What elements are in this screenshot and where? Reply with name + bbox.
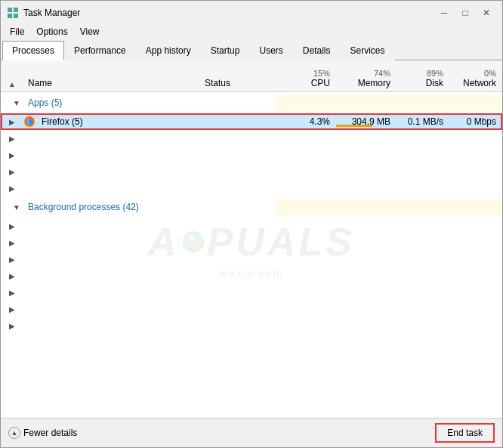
bg-empty-expand-6[interactable]: ▶ [1,305,23,314]
menu-bar: File Options View [1,23,502,40]
close-button[interactable]: ✕ [477,5,496,20]
col-name-header[interactable]: Name [23,75,200,91]
network-label: Network [463,78,496,88]
bg-empty-row-1[interactable]: ▶ [1,218,502,234]
firefox-icon [23,116,35,128]
empty-row-3[interactable]: ▶ [1,163,502,180]
title-bar-controls: ─ □ ✕ [434,5,496,20]
sort-arrow[interactable]: ▲ [1,80,23,91]
empty-expand-2[interactable]: ▶ [1,151,23,159]
firefox-cpu: 4.3% [276,116,336,127]
chevron-up-icon: ▲ [8,427,20,439]
bg-network-cell [449,199,502,215]
tab-startup[interactable]: Startup [201,41,250,60]
main-content: ▲ Name Status 15% CPU 74% Memory 89% Dis… [1,60,502,418]
col-cpu-header[interactable]: 15% CPU [276,66,336,91]
bg-empty-row-2[interactable]: ▶ [1,234,502,251]
firefox-memory: 304.9 MB [336,116,397,127]
fewer-details-label: Fewer details [23,428,77,438]
apps-memory-cell [336,94,397,111]
bg-memory-cell [336,199,397,215]
firefox-network: 0 Mbps [449,116,502,127]
tab-users[interactable]: Users [249,41,292,60]
bg-empty-expand-3[interactable]: ▶ [1,255,23,264]
empty-expand-1[interactable]: ▶ [1,134,23,143]
memory-pct: 74% [374,69,390,78]
end-task-button[interactable]: End task [435,423,495,443]
empty-row-2[interactable]: ▶ [1,147,502,163]
menu-file[interactable]: File [4,25,30,39]
title-bar: Task Manager ─ □ ✕ [1,1,502,23]
bottom-bar: ▲ Fewer details End task [1,418,502,447]
fewer-details-btn[interactable]: ▲ Fewer details [8,427,77,439]
tab-processes[interactable]: Processes [2,41,64,60]
tab-services[interactable]: Services [341,41,395,60]
tab-bar: Processes Performance App history Startu… [1,40,502,60]
bg-cpu-cell [276,199,336,215]
tab-details[interactable]: Details [293,41,341,60]
title-text: Task Manager [23,8,80,18]
bg-empty-expand-1[interactable]: ▶ [1,222,23,230]
col-status-header[interactable]: Status [200,75,276,91]
bg-empty-row-4[interactable]: ▶ [1,267,502,284]
cpu-label: CPU [311,78,330,88]
empty-row-4[interactable]: ▶ [1,180,502,196]
bg-group-row[interactable]: ▼ Background processes (42) [1,196,502,218]
bg-empty-row-3[interactable]: ▶ [1,251,502,267]
bg-disk-cell [397,199,449,215]
empty-expand-3[interactable]: ▶ [1,168,23,176]
bg-empty-row-7[interactable]: ▶ [1,317,502,334]
bg-empty-expand-2[interactable]: ▶ [1,239,23,247]
firefox-memory-bar [336,125,372,127]
title-bar-left: Task Manager [7,7,80,19]
svg-rect-2 [8,14,12,18]
bg-empty-expand-7[interactable]: ▶ [1,322,23,330]
bg-expand-btn[interactable]: ▼ [5,203,28,212]
task-manager-window: Task Manager ─ □ ✕ File Options View Pro… [0,0,503,448]
apps-network-cell [449,94,502,111]
apps-group-row[interactable]: ▼ Apps (5) [1,92,502,113]
menu-options[interactable]: Options [30,25,73,39]
bg-empty-row-6[interactable]: ▶ [1,301,502,317]
bg-empty-row-5[interactable]: ▶ [1,284,502,301]
column-header: ▲ Name Status 15% CPU 74% Memory 89% Dis… [1,60,502,92]
table-body[interactable]: A PUALS wexin.com ▼ Apps (5) [1,92,502,418]
empty-row-1[interactable]: ▶ [1,130,502,147]
firefox-disk: 0.1 MB/s [397,116,449,127]
col-network-header[interactable]: 0% Network [449,66,502,91]
empty-expand-4[interactable]: ▶ [1,184,23,193]
apps-expand-btn[interactable]: ▼ [5,99,28,107]
cpu-pct: 15% [313,69,330,78]
firefox-expand-btn[interactable]: ▶ [1,118,23,126]
tab-performance[interactable]: Performance [64,41,136,60]
disk-pct: 89% [427,69,443,78]
maximize-button[interactable]: □ [455,5,475,20]
bg-empty-expand-5[interactable]: ▶ [1,289,23,297]
bg-empty-expand-4[interactable]: ▶ [1,272,23,280]
apps-group-label: Apps (5) [28,97,62,108]
disk-label: Disk [426,78,443,88]
menu-view[interactable]: View [74,25,106,39]
firefox-name: Firefox (5) [39,116,200,127]
col-disk-header[interactable]: 89% Disk [397,66,449,91]
svg-rect-1 [14,8,18,12]
svg-rect-0 [8,8,12,12]
minimize-button[interactable]: ─ [434,5,454,20]
tab-app-history[interactable]: App history [136,41,201,60]
col-memory-header[interactable]: 74% Memory [336,66,397,91]
bg-group-label: Background processes (42) [28,202,139,212]
task-manager-icon [7,7,19,19]
apps-disk-cell [397,94,449,111]
apps-cpu-cell [276,94,336,111]
memory-label: Memory [358,78,390,88]
svg-rect-3 [14,14,18,18]
firefox-row[interactable]: ▶ Firefox (5) 4.3% 304.9 MB [1,113,502,130]
network-pct: 0% [484,69,496,78]
